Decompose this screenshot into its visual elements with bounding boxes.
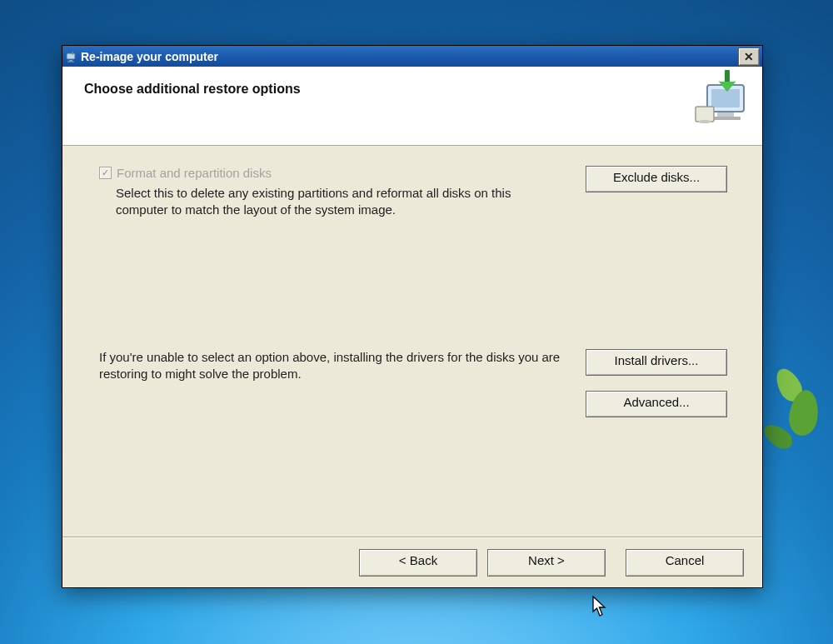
svg-rect-0 <box>67 53 75 59</box>
page-title: Choose additional restore options <box>84 82 741 97</box>
cursor-icon <box>592 596 607 617</box>
back-button[interactable]: < Back <box>359 549 477 577</box>
wizard-body: ✓ Format and repartition disks Select th… <box>62 146 762 537</box>
titlebar[interactable]: Re-image your computer ✕ <box>62 46 762 67</box>
svg-rect-1 <box>69 60 72 62</box>
format-description: Select this to delete any existing parti… <box>116 185 566 217</box>
cancel-button[interactable]: Cancel <box>626 549 744 577</box>
format-repartition-checkbox[interactable]: ✓ <box>99 167 112 179</box>
reimage-dialog: Re-image your computer ✕ Choose addition… <box>62 45 763 588</box>
install-drivers-button[interactable]: Install drivers... <box>586 349 727 376</box>
checkbox-label: Format and repartition disks <box>117 166 272 180</box>
exclude-disks-button[interactable]: Exclude disks... <box>586 166 727 192</box>
next-button[interactable]: Next > <box>487 549 606 577</box>
wizard-header: Choose additional restore options <box>62 67 762 146</box>
close-icon: ✕ <box>744 50 754 63</box>
svg-rect-2 <box>67 61 74 62</box>
svg-point-8 <box>698 120 711 123</box>
desktop-background: Re-image your computer ✕ Choose addition… <box>0 0 833 644</box>
svg-rect-5 <box>717 112 734 117</box>
svg-rect-4 <box>711 89 740 107</box>
wizard-footer: < Back Next > Cancel <box>62 537 762 587</box>
svg-rect-6 <box>711 117 741 120</box>
svg-rect-7 <box>696 107 714 122</box>
install-drivers-hint: If you're unable to select an option abo… <box>99 349 566 382</box>
window-title: Re-image your computer <box>81 50 738 63</box>
checkmark-icon: ✓ <box>102 168 109 177</box>
close-button[interactable]: ✕ <box>738 47 760 66</box>
restore-computer-icon <box>691 70 756 128</box>
advanced-button[interactable]: Advanced... <box>586 391 727 417</box>
app-icon <box>65 50 78 63</box>
